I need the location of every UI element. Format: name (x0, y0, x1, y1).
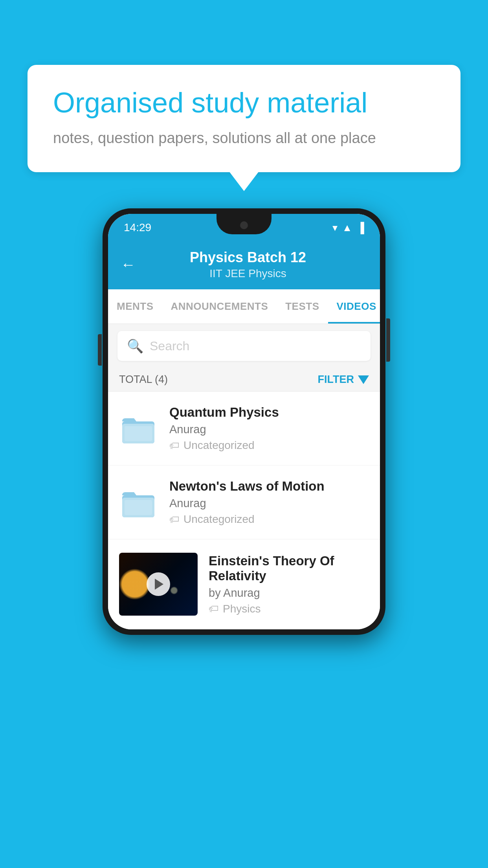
search-placeholder: Search (150, 339, 189, 353)
tag-label-3: Physics (223, 603, 261, 615)
speech-bubble: Organised study material notes, question… (28, 65, 460, 172)
header-subtitle: IIT JEE Physics (143, 267, 352, 280)
app-header: ← Physics Batch 12 IIT JEE Physics (108, 241, 380, 289)
svg-rect-5 (125, 500, 152, 515)
play-triangle-icon (155, 579, 163, 590)
video-list: Quantum Physics Anurag 🏷 Uncategorized (108, 392, 380, 629)
status-bar: 14:29 ▾ ▲ ▐ (108, 214, 380, 241)
folder-icon (121, 487, 156, 518)
video-title-3: Einstein's Theory Of Relativity (209, 554, 369, 583)
battery-icon: ▐ (357, 222, 364, 234)
speech-bubble-container: Organised study material notes, question… (28, 65, 460, 172)
video-thumb-3 (119, 553, 198, 616)
video-info-1: Quantum Physics Anurag 🏷 Uncategorized (169, 405, 369, 452)
video-info-3: Einstein's Theory Of Relativity by Anura… (209, 554, 369, 615)
filter-label: FILTER (318, 373, 354, 386)
notch (216, 214, 272, 234)
filter-triangle-icon (358, 375, 369, 384)
tag-icon-2: 🏷 (169, 513, 180, 526)
folder-icon (121, 413, 156, 444)
video-author-1: Anurag (169, 423, 369, 436)
total-label: TOTAL (4) (119, 373, 168, 386)
speech-bubble-subtitle: notes, question papers, solutions all at… (53, 128, 435, 149)
folder-thumb-1 (119, 413, 158, 444)
video-author-2: Anurag (169, 497, 369, 510)
header-title: Physics Batch 12 (143, 249, 352, 266)
phone-screen: 14:29 ▾ ▲ ▐ ← Physics Batch 12 IIT JEE P… (108, 214, 380, 629)
tag-label-2: Uncategorized (183, 513, 255, 526)
header-title-group: Physics Batch 12 IIT JEE Physics (143, 249, 352, 280)
list-item[interactable]: Quantum Physics Anurag 🏷 Uncategorized (108, 392, 380, 465)
search-icon: 🔍 (127, 338, 143, 354)
notch-camera (240, 221, 248, 229)
wifi-icon: ▾ (332, 222, 338, 234)
status-icons: ▾ ▲ ▐ (332, 222, 364, 234)
filter-button[interactable]: FILTER (318, 373, 369, 386)
video-tag-3: 🏷 Physics (209, 603, 369, 615)
tab-tests[interactable]: TESTS (277, 289, 328, 324)
tab-announcements[interactable]: ANNOUNCEMENTS (162, 289, 277, 324)
phone-wrapper: 14:29 ▾ ▲ ▐ ← Physics Batch 12 IIT JEE P… (103, 208, 385, 635)
folder-thumb-2 (119, 487, 158, 518)
video-tag-1: 🏷 Uncategorized (169, 439, 369, 452)
tab-bar: MENTS ANNOUNCEMENTS TESTS VIDEOS (108, 289, 380, 324)
phone-outer: 14:29 ▾ ▲ ▐ ← Physics Batch 12 IIT JEE P… (103, 208, 385, 635)
video-title-1: Quantum Physics (169, 405, 369, 420)
tab-videos[interactable]: VIDEOS (328, 289, 380, 324)
speech-bubble-title: Organised study material (53, 86, 435, 119)
video-author-3: by Anurag (209, 587, 369, 600)
search-bar[interactable]: 🔍 Search (117, 331, 371, 361)
signal-icon: ▲ (342, 222, 352, 234)
video-tag-2: 🏷 Uncategorized (169, 513, 369, 526)
list-item[interactable]: Newton's Laws of Motion Anurag 🏷 Uncateg… (108, 465, 380, 539)
play-button[interactable] (147, 572, 170, 596)
list-item[interactable]: Einstein's Theory Of Relativity by Anura… (108, 539, 380, 629)
tag-icon-1: 🏷 (169, 440, 180, 452)
tab-ments[interactable]: MENTS (108, 289, 162, 324)
tag-label-1: Uncategorized (183, 439, 255, 452)
video-title-2: Newton's Laws of Motion (169, 479, 369, 494)
filter-row: TOTAL (4) FILTER (108, 368, 380, 392)
search-bar-container: 🔍 Search (108, 324, 380, 368)
tag-icon-3: 🏷 (209, 603, 219, 615)
video-info-2: Newton's Laws of Motion Anurag 🏷 Uncateg… (169, 479, 369, 526)
status-time: 14:29 (124, 221, 151, 234)
svg-rect-2 (125, 426, 152, 441)
back-button[interactable]: ← (121, 256, 136, 273)
